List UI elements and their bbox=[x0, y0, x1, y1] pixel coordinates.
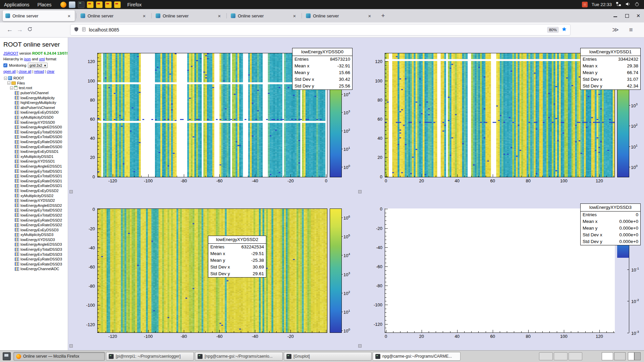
reload-button[interactable] bbox=[25, 25, 35, 35]
xml-link[interactable]: xml bbox=[39, 57, 45, 61]
modules-launcher-icon[interactable] bbox=[114, 1, 121, 8]
maximize-button[interactable] bbox=[625, 13, 629, 18]
grid-resize-handle[interactable] bbox=[69, 190, 73, 193]
close-window-button[interactable]: × bbox=[636, 13, 641, 18]
taskbar-item[interactable]: npg@carme-gsi:~/Programs/CARME... bbox=[373, 352, 461, 361]
reload-link[interactable]: reload bbox=[34, 69, 44, 73]
browser-tab[interactable]: Online server× bbox=[228, 10, 300, 21]
forward-button[interactable]: → bbox=[15, 25, 25, 35]
tree-item[interactable]: lowEnergyExTotalDSSD1 bbox=[3, 174, 68, 179]
tree-item[interactable]: pulserVsChannel bbox=[3, 90, 68, 96]
browser-tab[interactable]: Online server× bbox=[303, 10, 375, 21]
tree-item[interactable]: lowEnergyEyTotalDSSD1 bbox=[3, 169, 68, 174]
tree-item[interactable]: xyMultiplicityDSSD3 bbox=[3, 232, 68, 237]
grid-resize-handle[interactable] bbox=[358, 344, 362, 348]
collapse-icon[interactable]: − bbox=[10, 86, 13, 89]
modules-launcher-icon[interactable] bbox=[105, 1, 112, 8]
tree-root[interactable]: −ROOT bbox=[3, 76, 68, 81]
tree-item[interactable]: lowEnergyExTotalDSSD0 bbox=[3, 134, 68, 139]
tree-item[interactable]: lowEnergyEyRateDSSD3 bbox=[3, 257, 68, 262]
collapse-icon[interactable]: − bbox=[7, 81, 10, 84]
places-menu[interactable]: Places bbox=[34, 0, 56, 9]
clear-link[interactable]: clear bbox=[47, 69, 55, 73]
terminal-launcher-icon[interactable] bbox=[78, 1, 85, 8]
network-icon[interactable] bbox=[616, 2, 621, 7]
close-all-link[interactable]: close all bbox=[18, 69, 31, 73]
applications-menu[interactable]: Applications bbox=[0, 0, 34, 9]
statbox-lowEnergyXYDSSD2[interactable]: lowEnergyXYDSSD2Entries632242534Mean x-2… bbox=[208, 236, 266, 278]
new-tab-button[interactable]: + bbox=[378, 11, 388, 20]
tree-files[interactable]: −Files bbox=[3, 81, 68, 86]
tree-item[interactable]: lowEnergyExTotalDSSD3 bbox=[3, 252, 68, 257]
workspace-2[interactable] bbox=[634, 352, 641, 360]
collapse-icon[interactable]: − bbox=[4, 77, 7, 80]
notification-icon[interactable] bbox=[582, 2, 588, 7]
tree-item[interactable]: xyMultiplicityDSSD0 bbox=[3, 115, 68, 120]
statbox-lowEnergyXYDSSD1[interactable]: lowEnergyXYDSSD1Entries33442432Mean x29.… bbox=[580, 48, 641, 90]
taskbar-item[interactable]: [npg@carme-gsi:~/Programs/caenlo... bbox=[195, 352, 283, 361]
tree-item[interactable]: lowEnergyAngleEDSSD2 bbox=[3, 203, 68, 208]
grid-resize-handle[interactable] bbox=[69, 344, 73, 348]
tree-item[interactable]: lowEnergyExTotalDSSD2 bbox=[3, 213, 68, 218]
tree-item[interactable]: lowEnergyEyRateDSSD2 bbox=[3, 218, 68, 223]
tree-item[interactable]: lowEnergyAngleEDSSD1 bbox=[3, 164, 68, 169]
url-text[interactable]: localhost:8085 bbox=[89, 27, 119, 33]
tray-slot[interactable] bbox=[569, 352, 582, 360]
palette-axis[interactable]: 106105104103102101100 bbox=[330, 208, 342, 333]
tree-item[interactable]: lowEnergyExEyDSSD3 bbox=[3, 227, 68, 232]
tree-item[interactable]: lowEnergyExRateDSSD0 bbox=[3, 144, 68, 149]
tray-window[interactable] bbox=[602, 352, 613, 360]
tree-item[interactable]: lowEnergyEyRateDSSD0 bbox=[3, 139, 68, 144]
zoom-level-chip[interactable]: 80% bbox=[547, 27, 559, 33]
tree-item[interactable]: absPulserVsChannel bbox=[3, 105, 68, 110]
tree-item[interactable]: lowEnergyMultiplicity bbox=[3, 95, 68, 100]
hamburger-menu-icon[interactable]: ≡ bbox=[626, 25, 636, 35]
tree-item[interactable]: lowEnergyXYDSSD1 bbox=[3, 159, 68, 164]
tree-item[interactable]: lowEnergyAngleEDSSD3 bbox=[3, 242, 68, 247]
bookmark-star-icon[interactable] bbox=[561, 26, 567, 33]
tree-item[interactable]: lowEnergyExEyDSSD0 bbox=[3, 110, 68, 115]
tree-item[interactable]: lowEnergyChannelADC bbox=[3, 266, 68, 272]
modules-launcher-icon[interactable] bbox=[87, 1, 94, 8]
tree-item[interactable]: lowEnergyExEyDSSD1 bbox=[3, 149, 68, 154]
tree-item[interactable]: lowEnergyAngleEDSSD0 bbox=[3, 125, 68, 130]
tree-item[interactable]: lowEnergyXYDSSD0 bbox=[3, 120, 68, 125]
tree-item[interactable]: lowEnergyExRateDSSD1 bbox=[3, 183, 68, 188]
layout-select[interactable]: grid 2x2 ▾ bbox=[28, 63, 48, 68]
browser-tab[interactable]: Online server× bbox=[153, 10, 225, 21]
url-bar[interactable]: localhost:8085 80% bbox=[70, 24, 570, 35]
tray-window[interactable] bbox=[614, 352, 626, 360]
statbox-lowEnergyXYDSSD3[interactable]: lowEnergyXYDSSD3Entries0Mean x0.000e+0Me… bbox=[580, 203, 641, 245]
tree-item[interactable]: lowEnergyEyTotalDSSD2 bbox=[3, 208, 68, 213]
tree-item[interactable]: xyMultiplicityDSSD1 bbox=[3, 154, 68, 159]
statbox-lowEnergyXYDSSD0[interactable]: lowEnergyXYDSSD0Entries84573210Mean x-32… bbox=[292, 48, 353, 90]
close-tab-icon[interactable]: × bbox=[66, 13, 72, 19]
tree-item[interactable]: lowEnergyXYDSSD2 bbox=[3, 198, 68, 203]
files-launcher-icon[interactable] bbox=[69, 1, 75, 8]
power-icon[interactable] bbox=[635, 2, 639, 7]
tree-item[interactable]: lowEnergyEyRateDSSD1 bbox=[3, 178, 68, 183]
tree-item[interactable]: xyMultiplicityDSSD2 bbox=[3, 193, 68, 198]
monitoring-checkbox[interactable]: ✓ bbox=[3, 63, 7, 67]
close-tab-icon[interactable]: × bbox=[141, 13, 147, 19]
taskbar-item[interactable]: Online server — Mozilla Firefox bbox=[13, 352, 105, 361]
close-tab-icon[interactable]: × bbox=[216, 13, 222, 19]
tree-item[interactable]: lowEnergyXYDSSD3 bbox=[3, 237, 68, 242]
close-tab-icon[interactable]: × bbox=[367, 13, 373, 19]
close-tab-icon[interactable]: × bbox=[291, 13, 298, 19]
tree-item[interactable]: highEnergyMultiplicity bbox=[3, 100, 68, 105]
jsroot-link[interactable]: JSROOT bbox=[3, 51, 18, 55]
shield-icon[interactable] bbox=[74, 27, 79, 33]
tree-item[interactable]: lowEnergyExRateDSSD3 bbox=[3, 262, 68, 267]
tree-item[interactable]: lowEnergyEyTotalDSSD3 bbox=[3, 247, 68, 252]
tree-item[interactable]: lowEnergyEyTotalDSSD0 bbox=[3, 130, 68, 135]
minimize-button[interactable] bbox=[613, 13, 618, 18]
show-desktop-button[interactable] bbox=[3, 352, 11, 360]
tray-slot[interactable] bbox=[554, 352, 568, 360]
open-all-link[interactable]: open all bbox=[3, 69, 16, 73]
clock[interactable]: Tue 22:33 bbox=[592, 2, 612, 7]
modules-launcher-icon[interactable] bbox=[96, 1, 103, 8]
tree-file[interactable]: −test.root bbox=[3, 85, 68, 90]
tree-item[interactable]: lowEnergyExRateDSSD2 bbox=[3, 223, 68, 228]
browser-tab[interactable]: Online server× bbox=[3, 10, 75, 21]
